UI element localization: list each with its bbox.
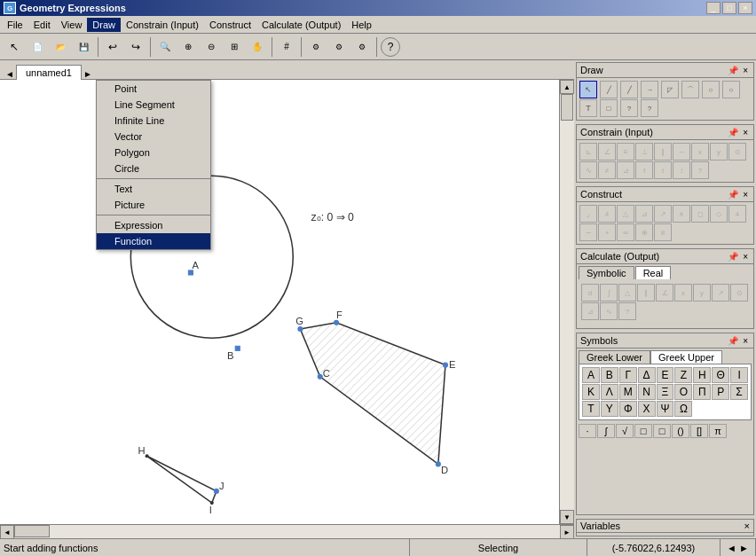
sym-upper-10[interactable]: Λ	[601, 384, 618, 400]
sym-upper-23[interactable]: Ω	[674, 401, 692, 417]
menu-draw[interactable]: Draw	[87, 18, 121, 32]
maximize-button[interactable]: □	[722, 2, 736, 14]
find-button[interactable]: 🔍	[154, 36, 176, 58]
minimize-button[interactable]: _	[706, 2, 721, 14]
sym-upper-7[interactable]: Θ	[712, 367, 729, 383]
h-scrollbar[interactable]: ◄ ►	[0, 524, 574, 538]
point-e[interactable]	[443, 363, 448, 368]
menu-edit[interactable]: Edit	[28, 18, 56, 32]
o-btn-9[interactable]: ⊙	[730, 284, 748, 301]
draw-angle-btn[interactable]: ◸	[661, 81, 679, 98]
c-btn-2[interactable]: ∠	[598, 143, 616, 161]
canvas-area[interactable]: Point Line Segment Infinite Line Vector …	[0, 80, 560, 524]
menu-draw-circle[interactable]: Circle	[97, 161, 210, 176]
t-btn-10[interactable]: ∽	[579, 223, 597, 241]
construct-panel-controls[interactable]: 📌 ×	[726, 190, 750, 200]
menu-view[interactable]: View	[56, 18, 88, 32]
sym-pi[interactable]: π	[709, 424, 727, 438]
sym-upper-15[interactable]: Π	[693, 384, 711, 400]
point-a[interactable]	[188, 270, 193, 275]
settings2-button[interactable]: ⚙	[328, 36, 350, 58]
sym-sq1[interactable]: □	[634, 424, 652, 438]
sym-upper-3[interactable]: Δ	[638, 367, 656, 383]
tab-arrow-right[interactable]: ►	[82, 69, 94, 79]
sym-integral[interactable]: ∫	[597, 424, 615, 438]
grid-button[interactable]: #	[276, 36, 297, 58]
tab-arrow-left[interactable]: ◄	[4, 69, 16, 79]
h-scroll-track[interactable]	[14, 525, 560, 538]
v-scrollbar[interactable]: ▲ ▼	[560, 80, 574, 524]
c-btn-16[interactable]: ?	[691, 161, 709, 179]
sym-upper-11[interactable]: Μ	[619, 384, 637, 400]
calculate-panel-controls[interactable]: 📌 ×	[726, 252, 750, 262]
constrain-panel-pin[interactable]: 📌	[726, 128, 740, 137]
settings1-button[interactable]: ⚙	[305, 36, 327, 58]
symbols-panel-pin[interactable]: 📌	[726, 336, 740, 346]
zoom-out-button[interactable]: ⊖	[201, 36, 222, 58]
draw-help1-btn[interactable]: ?	[620, 99, 638, 117]
draw-segment-btn[interactable]: ╱	[620, 81, 638, 98]
constrain-panel-controls[interactable]: 📌 ×	[726, 128, 750, 137]
sym-upper-2[interactable]: Γ	[619, 367, 637, 383]
sym-tab-upper[interactable]: Greek Upper	[650, 350, 722, 364]
sym-upper-13[interactable]: Ξ	[657, 384, 674, 400]
o-btn-7[interactable]: y	[693, 284, 711, 301]
o-btn-2[interactable]: ∫	[600, 284, 618, 301]
c-btn-11[interactable]: ≠	[598, 161, 616, 179]
sym-upper-4[interactable]: Ε	[657, 367, 674, 383]
menu-draw-text[interactable]: Text	[97, 181, 210, 197]
c-btn-9[interactable]: ⊙	[728, 143, 746, 161]
sym-upper-1[interactable]: Β	[601, 367, 618, 383]
open-button[interactable]: 📂	[50, 36, 71, 58]
o-btn-12[interactable]: ?	[618, 302, 636, 320]
o-btn-3[interactable]: △	[618, 284, 636, 301]
draw-text-btn[interactable]: T	[579, 99, 597, 117]
t-btn-5[interactable]: ↗	[654, 205, 672, 223]
zoom-fit-button[interactable]: ⊞	[224, 36, 245, 58]
menu-construct[interactable]: Construct	[204, 18, 256, 32]
o-btn-1[interactable]: d	[581, 284, 599, 301]
o-btn-10[interactable]: ⊿	[581, 302, 599, 320]
scroll-right-button[interactable]: ►	[560, 525, 574, 539]
c-btn-10[interactable]: ∿	[579, 161, 597, 179]
calc-tab-symbolic[interactable]: Symbolic	[579, 266, 634, 279]
draw-ellipse-btn[interactable]: ○	[722, 81, 740, 98]
sym-upper-16[interactable]: Ρ	[712, 384, 729, 400]
menu-draw-polygon[interactable]: Polygon	[97, 145, 210, 161]
sym-upper-6[interactable]: Η	[693, 367, 711, 383]
menu-draw-expression[interactable]: Expression	[97, 217, 210, 233]
c-btn-14[interactable]: t	[654, 161, 672, 179]
draw-panel-controls[interactable]: 📌 ×	[726, 66, 750, 75]
settings3-button[interactable]: ⚙	[351, 36, 373, 58]
menu-draw-vector[interactable]: Vector	[97, 129, 210, 145]
symbols-panel-controls[interactable]: 📌 ×	[726, 336, 750, 346]
calculate-panel-pin[interactable]: 📌	[726, 252, 740, 262]
c-btn-15[interactable]: ↕	[673, 161, 690, 179]
sym-upper-19[interactable]: Υ	[601, 401, 618, 417]
point-g[interactable]	[297, 326, 303, 332]
tab-unnamed1[interactable]: unnamed1	[16, 65, 82, 80]
construct-panel-pin[interactable]: 📌	[726, 190, 740, 200]
t-btn-7[interactable]: ◻	[691, 205, 709, 223]
sym-upper-5[interactable]: Ζ	[674, 367, 692, 383]
menu-draw-point[interactable]: Point	[97, 81, 210, 97]
scroll-track[interactable]	[560, 94, 574, 510]
draw-pic-btn[interactable]: □	[600, 99, 618, 117]
c-btn-5[interactable]: ∥	[654, 143, 672, 161]
c-btn-12[interactable]: ⊿	[617, 161, 634, 179]
t-btn-9[interactable]: 4	[728, 205, 746, 223]
sym-upper-12[interactable]: Ν	[638, 384, 656, 400]
sym-bracket[interactable]: []	[690, 424, 708, 438]
save-button[interactable]: 💾	[73, 36, 94, 58]
draw-circle-btn[interactable]: ○	[702, 81, 720, 98]
new-button[interactable]: 📄	[27, 36, 48, 58]
c-btn-1[interactable]: ⊾	[579, 143, 597, 161]
o-btn-5[interactable]: ∠	[656, 284, 673, 301]
undo-button[interactable]: ↩	[102, 36, 123, 58]
scroll-up-button[interactable]: ▲	[560, 80, 574, 94]
scroll-left-button[interactable]: ◄	[0, 525, 14, 539]
c-btn-3[interactable]: ≡	[617, 143, 634, 161]
sym-upper-8[interactable]: Ι	[730, 367, 748, 383]
scroll-down-button[interactable]: ▼	[560, 510, 574, 524]
sym-upper-22[interactable]: Ψ	[657, 401, 674, 417]
